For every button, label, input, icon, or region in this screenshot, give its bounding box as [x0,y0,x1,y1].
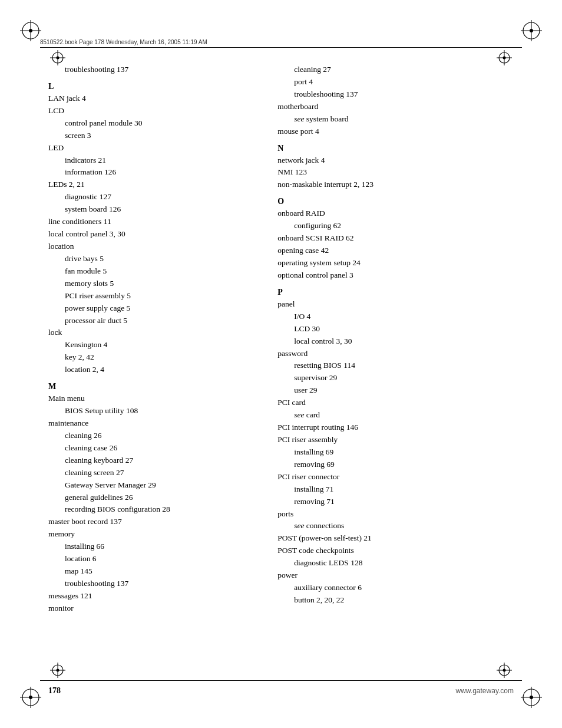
section-m: M Main menu BIOS Setup utility 108 maint… [48,382,260,615]
list-item: POST (power-on self-test) 21 [277,532,514,545]
footer: 178 www.gateway.com [48,686,514,696]
list-item: lock [48,327,260,339]
list-item: local control panel 3, 30 [48,228,260,241]
list-item: panel [277,298,514,311]
list-item: ports [277,508,514,521]
list-item: system board 126 [48,203,260,216]
list-item: see card [277,409,514,421]
list-item: maintenance [48,417,260,430]
list-item: opening case 42 [277,245,514,257]
list-item: LCD [48,105,260,117]
list-item: troubleshooting 137 [277,88,514,101]
section-letter-l: L [48,82,260,91]
list-item: cleaning case 26 [48,442,260,454]
list-item: LCD 30 [277,323,514,335]
list-item: installing 69 [277,446,514,459]
list-item: Main menu [48,393,260,405]
list-item: line conditioners 11 [48,216,260,228]
list-item: recording BIOS configuration 28 [48,503,260,516]
list-item: NMI 123 [277,166,514,179]
list-item: location 2, 4 [48,364,260,376]
list-item: auxiliary connector 6 [277,582,514,594]
header-divider [40,47,522,48]
list-item: PCI card [277,397,514,409]
list-item: key 2, 42 [48,351,260,364]
page: 8510522.book Page 178 Wednesday, March 1… [0,0,562,728]
list-item: installing 71 [277,483,514,496]
list-item: location 6 [48,553,260,565]
list-item: mouse port 4 [277,126,514,138]
list-item: cleaning screen 27 [48,467,260,479]
list-item: indicators 21 [48,154,260,167]
list-item: cleaning 27 [277,64,514,76]
section-letter-p: P [277,288,514,297]
section-o: O onboard RAID configuring 62 onboard SC… [277,197,514,282]
list-item: removing 71 [277,496,514,508]
list-item: user 29 [277,384,514,397]
list-item: location [48,241,260,253]
list-item: Kensington 4 [48,339,260,351]
list-item: BIOS Setup utility 108 [48,405,260,417]
list-item: onboard RAID [277,207,514,220]
footer-url: www.gateway.com [456,687,514,695]
list-item: Gateway Server Manager 29 [48,479,260,492]
list-item: power supply cage 5 [48,302,260,315]
list-item: diagnostic 127 [48,191,260,203]
list-item: screen 3 [48,130,260,142]
list-item: map 145 [48,565,260,578]
list-item: general guidelines 26 [48,492,260,504]
list-item: button 2, 20, 22 [277,594,514,607]
page-number: 178 [48,686,61,696]
list-item: configuring 62 [277,220,514,232]
list-item: installing 66 [48,541,260,553]
list-item: local control 3, 30 [277,335,514,348]
list-item: PCI riser assembly [277,434,514,446]
list-item: power [277,569,514,582]
list-item: optional control panel 3 [277,269,514,282]
list-item: PCI riser assembly 5 [48,290,260,302]
list-item: drive bays 5 [48,253,260,265]
list-item: cleaning 26 [48,430,260,442]
left-column: troubleshooting 137 L LAN jack 4 LCD con… [48,64,272,675]
list-item: control panel module 30 [48,117,260,130]
footer-divider [40,680,522,681]
list-item: master boot record 137 [48,516,260,528]
section-letter-n: N [277,144,514,153]
list-item: port 4 [277,76,514,88]
list-item: PCI interrupt routing 146 [277,421,514,434]
list-item: password [277,348,514,360]
corner-mark-br [517,683,546,711]
list-item: memory [48,528,260,541]
list-item: motherboard [277,101,514,113]
list-item: fan module 5 [48,265,260,278]
list-item: operating system setup 24 [277,257,514,269]
list-item: information 126 [48,166,260,179]
list-item: see system board [277,113,514,126]
right-column: cleaning 27 port 4 troubleshooting 137 m… [272,64,514,675]
list-item: troubleshooting 137 [48,64,260,76]
section-l: L LAN jack 4 LCD control panel module 30… [48,82,260,376]
list-item: removing 69 [277,459,514,471]
list-item: processor air duct 5 [48,315,260,327]
main-content: troubleshooting 137 L LAN jack 4 LCD con… [48,64,514,675]
section-p: P panel I/O 4 LCD 30 local control 3, 30… [277,288,514,607]
list-item: LAN jack 4 [48,93,260,105]
section-letter-m: M [48,382,260,391]
list-item: network jack 4 [277,154,514,167]
list-item: cleaning keyboard 27 [48,454,260,467]
corner-mark-bl [16,683,45,711]
list-item: PCI riser connector [277,471,514,483]
list-item: diagnostic LEDS 128 [277,557,514,569]
header-bar: 8510522.book Page 178 Wednesday, March 1… [40,37,522,47]
list-item: supervisor 29 [277,372,514,384]
list-item: troubleshooting 137 [48,578,260,590]
list-item: I/O 4 [277,311,514,323]
list-item: onboard SCSI RAID 62 [277,232,514,245]
list-item: resetting BIOS 114 [277,360,514,372]
list-item: monitor [48,602,260,615]
header-text: 8510522.book Page 178 Wednesday, March 1… [40,39,207,45]
list-item: non-maskable interrupt 2, 123 [277,179,514,191]
list-item: LED [48,142,260,154]
section-letter-o: O [277,197,514,206]
list-item: messages 121 [48,590,260,602]
